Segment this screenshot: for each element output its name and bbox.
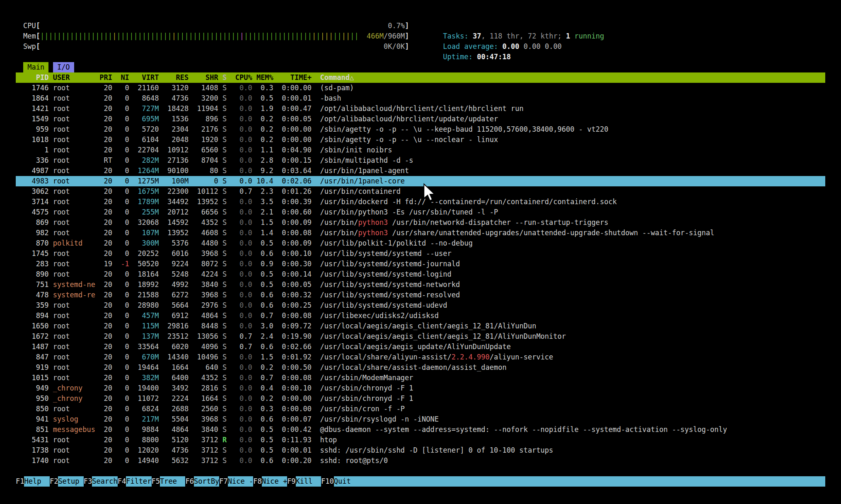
process-row-4575[interactable]: 4575root200255M207126656S0.02.10:00.60/u… [16,207,825,217]
fnkey-action-label: Filter [126,476,151,487]
cell-res: 100M [163,176,188,186]
fnkey-f2[interactable]: F2Setup [50,476,84,487]
process-row-1015[interactable]: 1015root200382M64004352S0.00.70:00.08/us… [16,373,825,383]
tab-main[interactable]: Main [23,62,48,72]
uptime-label: Uptime: [443,53,477,61]
cell-command: sshd: /usr/sbin/sshd -D [listener] 0 of … [320,445,553,456]
col-header-state[interactable]: S [222,72,227,83]
process-row-1672[interactable]: 1672root200137M2351213056S0.72.40:19.90/… [16,331,825,342]
process-row-3062[interactable]: 3062root2001675M2230010112S0.72.30:01.26… [16,186,825,197]
process-row-959[interactable]: 959root200572023042176S0.00.20:00.00/sbi… [16,124,825,135]
cell-s: S [222,424,227,435]
process-row-890[interactable]: 890root2001816452484224S0.00.50:00.14/us… [16,269,825,280]
cell-command: /usr/sbin/ModemManager [320,373,413,383]
meter-bar-tick: | [91,31,95,41]
process-row-1745[interactable]: 1745root2002025260163968S0.00.60:00.10/u… [16,248,825,259]
process-row-1650[interactable]: 1650root200115M298168448S0.03.00:09.72/u… [16,321,825,331]
process-row-1421[interactable]: 1421root200727M1842811904S0.01.90:00.47/… [16,104,825,114]
col-header-pid[interactable]: PID [23,72,48,83]
meter-bar-tick: | [240,31,244,41]
process-row-1864[interactable]: 1864root200864847363200S0.00.50:00.01-ba… [16,93,825,104]
meter-bar-tick: | [61,31,65,41]
process-row-359[interactable]: 359root2002898056642976S0.00.60:00.25/us… [16,300,825,311]
fnkey-f1[interactable]: F1Help [16,476,50,487]
cell-cpu: 0.0 [231,259,252,269]
col-header-shr[interactable]: SHR [193,72,218,83]
process-row-1549[interactable]: 1549root200695M1536896S0.00.20:00.05/opt… [16,114,825,124]
process-row-5431[interactable]: 5431root200880051203712R0.00.50:11.93hto… [16,435,825,445]
col-header-cpu[interactable]: CPU% [231,72,252,83]
process-row-919[interactable]: 919root200194641664640S0.00.20:00.50/usr… [16,362,825,373]
cell-command: (sd-pam) [320,83,354,93]
process-row-949[interactable]: 949_chrony2001940034922816S0.00.40:00.10… [16,383,825,393]
mem-bracket-close: ] [405,31,409,41]
cell-command: htop [320,435,337,445]
cell-command: /sbin/multipathd -d -s [320,155,413,166]
col-header-virt[interactable]: VIRT [133,72,159,83]
fnkey-f6[interactable]: F6SortBy [185,476,219,487]
swp-meter: Swp[0K/0K] [23,41,409,52]
fnkey-f7[interactable]: F7Nice - [219,476,253,487]
cell-cpu: 0.0 [231,352,252,362]
fnkey-f5[interactable]: F5Tree [152,476,186,487]
process-row-4983[interactable]: 4983root2001275M100M0S0.010.40:02.06/usr… [16,176,825,186]
mem-total-value: /960M [384,32,405,40]
fnkey-f3[interactable]: F3Search [84,476,118,487]
cell-time: 0:02.66 [278,342,312,352]
cell-ni: 0 [116,176,129,186]
process-row-1[interactable]: 1root20022704109126560S0.01.10:04.90/sbi… [16,145,825,155]
process-row-894[interactable]: 894root200457M69124864S0.00.70:00.08/usr… [16,311,825,321]
cell-ni: 0 [116,311,129,321]
process-row-751[interactable]: 751systemd-ne2001899249923840S0.00.50:00… [16,280,825,290]
process-row-3714[interactable]: 3714root2001789M3449213952S0.03.50:00.39… [16,197,825,207]
process-row-1740[interactable]: 1740root2001494056323712S0.00.60:00.20ss… [16,456,825,466]
meter-bar-tick: | [227,31,231,41]
process-row-1487[interactable]: 1487root2003356460204096S0.70.60:02.66/u… [16,342,825,352]
process-row-941[interactable]: 941syslog200217M55043968S0.00.60:00.07/u… [16,414,825,424]
col-header-mem[interactable]: MEM% [256,72,273,83]
fnkey-f8[interactable]: F8Nice + [253,476,287,487]
process-row-847[interactable]: 847root200670M1434010496S0.01.50:01.92/u… [16,352,825,362]
process-row-478[interactable]: 478systemd-re2002158862723968S0.00.60:00… [16,290,825,300]
swp-meter-label: Swp [23,41,36,52]
process-row-336[interactable]: 336rootRT0282M271368704S0.02.80:00.15/sb… [16,155,825,166]
col-header-res[interactable]: RES [163,72,188,83]
fnkey-f10[interactable]: F10Quit [321,476,359,487]
cell-ni: 0 [116,207,129,217]
cell-pid: 1672 [23,331,48,342]
col-header-ni[interactable]: NI [116,72,129,83]
process-row-982[interactable]: 982root200107M139524608S0.01.40:00.08/us… [16,228,825,238]
fnkey-f9[interactable]: F9Kill [287,476,321,487]
cell-user: syslog [53,414,95,424]
cell-time: 0:00.09 [278,217,312,228]
cpu-bracket-open: [ [36,21,40,31]
col-header-user[interactable]: USER [53,72,95,83]
cell-shr: 4224 [193,269,218,280]
tasks-summary: Tasks: 37, 118 thr, 72 kthr; 1 running [418,21,604,31]
process-row-851[interactable]: 851messagebus200988448643840S0.00.50:00.… [16,424,825,435]
process-row-1018[interactable]: 1018root200610420481920S0.00.20:00.00/sb… [16,135,825,145]
swp-meter-value: 0K/0K [384,41,405,52]
process-row-850[interactable]: 850root200682426882560S0.00.30:00.00/usr… [16,404,825,414]
process-row-869[interactable]: 869root20032068145924352S0.01.50:00.09/u… [16,217,825,228]
col-header-pri[interactable]: PRI [99,72,112,83]
col-header-time[interactable]: TIME+ [278,72,312,83]
cpu-meter-bar: 0.7% [40,21,405,31]
process-row-870[interactable]: 870polkitd200300M53764480S0.00.50:00.09/… [16,238,825,248]
cell-virt: 9884 [133,424,159,435]
process-row-4987[interactable]: 4987root2001264M9010080S0.09.20:03.64/us… [16,166,825,176]
tab-io[interactable]: I/O [53,62,74,72]
cell-user: root [53,104,95,114]
meter-bar-tick: | [278,31,282,41]
cell-time: 0:00.00 [278,124,312,135]
fnkey-f4[interactable]: F4Filter [118,476,152,487]
process-row-1738[interactable]: 1738root2001202047363712S0.00.50:00.01ss… [16,445,825,456]
process-row-1746[interactable]: 1746root2002116031201408S0.00.30:00.00(s… [16,83,825,93]
cell-virt: 8648 [133,93,159,104]
col-header-command[interactable]: Command△ [320,72,354,83]
cell-time: 0:00.15 [278,155,312,166]
cell-pri: 20 [99,124,112,135]
process-row-283[interactable]: 283root19-15052092248072S0.00.90:00.30/u… [16,259,825,269]
cell-ni: 0 [116,104,129,114]
process-row-950[interactable]: 950_chrony2001107222241664S0.00.20:00.00… [16,393,825,404]
